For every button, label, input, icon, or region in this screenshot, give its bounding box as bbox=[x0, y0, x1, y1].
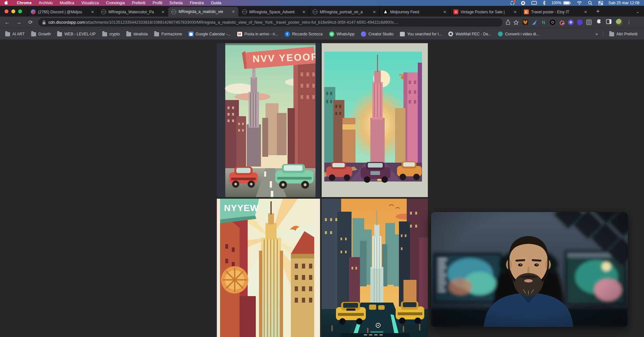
apple-icon[interactable] bbox=[5, 1, 9, 6]
bookmark-folder-formazione[interactable]: Formazione bbox=[151, 31, 185, 36]
bookmark-label: WhatsApp bbox=[337, 32, 354, 36]
menu-preferiti[interactable]: Preferiti bbox=[129, 0, 149, 6]
tab-close-icon[interactable]: ✕ bbox=[442, 9, 447, 15]
zoom-window-button[interactable] bbox=[18, 9, 22, 13]
screen-record-icon[interactable] bbox=[510, 1, 515, 6]
metamask-extension-icon[interactable] bbox=[523, 19, 528, 25]
bookmark-webmail-pec[interactable]: WebMail PEC - De... bbox=[445, 31, 494, 36]
grid-extension-icon[interactable] bbox=[586, 19, 592, 25]
bookmark-label: crypto bbox=[109, 32, 120, 36]
tab-close-icon[interactable]: ✕ bbox=[372, 9, 377, 15]
bookmark-google-calendar[interactable]: Google Calendar -... bbox=[185, 31, 234, 36]
display-icon[interactable] bbox=[531, 1, 537, 5]
other-bookmarks[interactable]: Altri Preferiti bbox=[606, 31, 641, 36]
tab-watercolor[interactable]: MRregista_Watercolor_Pa ✕ bbox=[98, 7, 168, 17]
close-window-button[interactable] bbox=[5, 9, 8, 13]
url-domain: cdn.discordapp.com bbox=[48, 20, 85, 25]
menu-finestra[interactable]: Finestra bbox=[186, 0, 207, 6]
menu-modifica[interactable]: Modifica bbox=[56, 0, 78, 6]
minimize-window-button[interactable] bbox=[11, 9, 15, 13]
extensions-puzzle-icon[interactable] bbox=[596, 19, 602, 26]
folder-icon bbox=[154, 32, 159, 36]
toolbar-right: ⋮ bbox=[596, 19, 631, 26]
folder-icon bbox=[57, 32, 62, 36]
wifi-icon[interactable] bbox=[577, 1, 582, 5]
bookmark-label: Riccardo Scrocca bbox=[292, 32, 323, 36]
tab-space-adventure[interactable]: MRregista_Space_Advent ✕ bbox=[239, 7, 309, 17]
reload-button[interactable]: ⟳ bbox=[26, 18, 35, 27]
address-bar[interactable]: cdn.discordapp.com /attachments/10135123… bbox=[38, 18, 502, 27]
bookmark-label: Google Calendar -... bbox=[196, 32, 231, 36]
bookmarks-overflow-chevron[interactable]: » bbox=[593, 31, 600, 36]
tab-discord[interactable]: (2765) Discord | @Midjou ✕ bbox=[27, 7, 98, 17]
menu-guida[interactable]: Guida bbox=[207, 0, 225, 6]
bookmark-folder-growth[interactable]: Growth bbox=[28, 31, 54, 36]
tab-close-icon[interactable]: ✕ bbox=[160, 9, 166, 15]
purple-circle-extension-icon[interactable] bbox=[568, 19, 574, 25]
tab-midjourney-feed[interactable]: Midjourney Feed ✕ bbox=[379, 7, 450, 17]
password-key-extension-icon[interactable] bbox=[559, 19, 564, 25]
menu-chrome[interactable]: Chrome bbox=[13, 0, 35, 6]
tab-close-icon[interactable]: ✕ bbox=[90, 9, 95, 15]
tab-label: Vintage Posters for Sale | bbox=[461, 10, 510, 14]
bookmark-label: AI ART bbox=[12, 32, 25, 36]
bookmark-label: Creator Studio bbox=[368, 32, 393, 36]
control-center-icon[interactable] bbox=[598, 1, 603, 5]
menu-visualizza[interactable]: Visualizza bbox=[78, 0, 103, 6]
profile-avatar[interactable] bbox=[616, 19, 623, 26]
window-controls bbox=[0, 6, 27, 17]
creator-studio-icon bbox=[361, 31, 366, 37]
menu-scheda[interactable]: Scheda bbox=[166, 0, 186, 6]
tab-close-icon[interactable]: ✕ bbox=[231, 9, 236, 14]
bookmark-creator-studio[interactable]: Creator Studio bbox=[358, 31, 397, 37]
bookmark-whatsapp[interactable]: WhatsApp bbox=[326, 31, 358, 37]
bookmark-folder-ai-art[interactable]: AI ART bbox=[2, 31, 28, 36]
battery-percent: 100% bbox=[551, 1, 562, 5]
new-tab-button[interactable]: + bbox=[593, 7, 602, 16]
globe-favicon bbox=[171, 9, 176, 14]
bookmark-gmail[interactable]: MPosta in arrivo - ri... bbox=[234, 32, 281, 36]
menubar-clock[interactable]: Sab 25 mar 12:08 bbox=[609, 1, 639, 5]
blue-feather-extension-icon[interactable] bbox=[532, 19, 537, 25]
url-path: /attachments/1013512335442333816/1089142… bbox=[85, 20, 399, 25]
bluetooth-icon[interactable] bbox=[543, 1, 546, 5]
bookmark-label: Converti i video di... bbox=[505, 32, 539, 36]
tab-search-chevron-icon[interactable]: ⌄ bbox=[636, 9, 639, 14]
share-icon[interactable] bbox=[506, 19, 510, 25]
bookmark-folder-web-level-up[interactable]: WEB - LEVEL-UP bbox=[54, 31, 99, 36]
lock-icon[interactable] bbox=[42, 20, 46, 25]
midjourney-favicon bbox=[383, 9, 388, 14]
tab-realistic-view-active[interactable]: MRregista_a_realistic_vie ✕ bbox=[168, 7, 239, 17]
n-extension-icon[interactable]: N bbox=[541, 19, 546, 25]
tab-close-icon[interactable]: ✕ bbox=[301, 9, 306, 15]
tab-vintage-posters[interactable]: Vintage Posters for Sale | ✕ bbox=[450, 7, 520, 17]
tab-close-icon[interactable]: ✕ bbox=[583, 9, 588, 15]
side-panel-icon[interactable] bbox=[606, 19, 612, 25]
tab-close-icon[interactable]: ✕ bbox=[513, 9, 518, 15]
obs-icon[interactable] bbox=[521, 1, 526, 6]
menu-archivio[interactable]: Archivio bbox=[35, 0, 56, 6]
zoom-cursor bbox=[375, 322, 382, 329]
bookmark-label: Formazione bbox=[161, 32, 182, 36]
midjourney-poster-grid-image[interactable]: NVV YEOORE bbox=[217, 43, 428, 337]
bookmark-folder-idealista[interactable]: idealista bbox=[123, 31, 151, 36]
dark-circle-extension-icon[interactable] bbox=[550, 19, 555, 25]
menu-cronologia[interactable]: Cronologia bbox=[103, 0, 129, 6]
spotlight-icon[interactable] bbox=[588, 1, 592, 5]
tab-portrait[interactable]: MRregista_portrait_on_a ✕ bbox=[309, 7, 379, 17]
forward-button[interactable]: → bbox=[14, 18, 23, 27]
battery-status[interactable]: 100% bbox=[551, 1, 571, 5]
bookmark-folder-crypto[interactable]: crypto bbox=[99, 31, 123, 36]
bookmark-facebook[interactable]: fRiccardo Scrocca bbox=[281, 31, 326, 37]
back-button[interactable]: ← bbox=[3, 18, 12, 27]
tab-etsy[interactable]: E Travel poster - Etsy IT ✕ bbox=[520, 7, 591, 17]
menu-profili[interactable]: Profili bbox=[149, 0, 166, 6]
bookmark-converti-video[interactable]: Converti i video di... bbox=[495, 31, 542, 36]
webcam-overlay bbox=[431, 212, 628, 327]
chrome-toolbar: ← → ⟳ cdn.discordapp.com /attachments/10… bbox=[0, 17, 644, 28]
chrome-menu-icon[interactable]: ⋮ bbox=[627, 21, 631, 23]
bookmark-star-icon[interactable] bbox=[514, 20, 519, 25]
bookmark-you-searched[interactable]: You searched for I... bbox=[397, 32, 445, 36]
purple-blob-extension-icon[interactable] bbox=[577, 19, 583, 25]
chrome-tabstrip: (2765) Discord | @Midjou ✕ MRregista_Wat… bbox=[0, 6, 644, 17]
